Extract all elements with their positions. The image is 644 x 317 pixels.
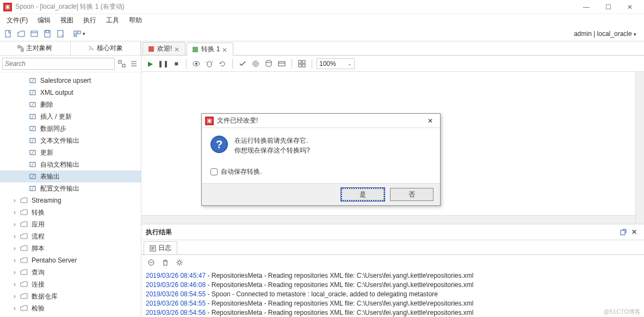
autosave-checkbox[interactable]: [210, 168, 218, 175]
save-dialog: 文件已经改变! ✕ ? 在运行转换前请先保存它. 你想现在保存这个转换吗? 自动…: [201, 113, 441, 206]
dialog-title: 文件已经改变!: [217, 116, 258, 125]
dialog-message: 在运行转换前请先保存它. 你想现在保存这个转换吗?: [234, 136, 310, 155]
no-button[interactable]: 否: [390, 188, 434, 201]
autosave-label: 自动保存转换.: [221, 167, 262, 176]
question-icon: ?: [210, 136, 228, 153]
watermark: @51CTO博客: [604, 308, 641, 316]
yes-button[interactable]: 是: [341, 188, 385, 201]
modal-backdrop: 文件已经改变! ✕ ? 在运行转换前请先保存它. 你想现在保存这个转换吗? 自动…: [0, 0, 644, 317]
dialog-close-button[interactable]: ✕: [424, 115, 437, 126]
dialog-icon: [205, 117, 214, 125]
